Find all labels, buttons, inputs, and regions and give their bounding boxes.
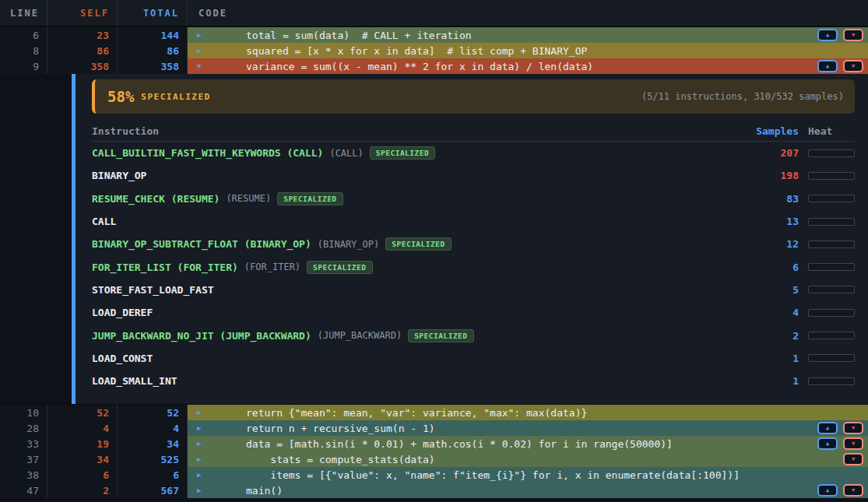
source-code: return {"mean": mean, "var": variance, "… [188, 407, 587, 419]
col-header-line: LINE [0, 0, 47, 26]
self-count: 2 [47, 483, 118, 498]
col-header-self: SELF [47, 0, 118, 26]
instruction-base-opcode: (FOR_ITER) [244, 262, 300, 272]
total-count: 86 [118, 43, 188, 58]
heat-bar [808, 354, 855, 362]
total-count: 4 [118, 420, 188, 436]
jump-down-button[interactable]: ▼ [843, 60, 863, 72]
samples-count: 4 [750, 307, 799, 318]
specialized-badge: SPECIALIZED [307, 261, 372, 274]
jump-down-button[interactable]: ▼ [843, 422, 863, 434]
expand-arrow-icon[interactable]: ▶ [197, 486, 201, 494]
samples-count: 2 [750, 330, 799, 342]
expand-arrow-icon[interactable]: ▶ [197, 455, 201, 463]
collapse-arrow-icon[interactable]: ▼ [197, 62, 201, 70]
table-row-expanded: 9 358 358 ▼ variance = sum((x - mean) **… [0, 58, 868, 74]
code-cell[interactable]: ▼ variance = sum((x - mean) ** 2 for x i… [188, 58, 868, 74]
code-cell[interactable]: ▶ data = [math.sin(i * 0.01) + math.cos(… [188, 436, 868, 451]
specialized-percent: 58% [107, 88, 134, 105]
code-cell[interactable]: ▶ return n + recursive_sum(n - 1) ▲ ▼ [188, 420, 868, 436]
jump-down-button[interactable]: ▼ [843, 437, 863, 450]
line-number: 10 [0, 405, 47, 420]
col-header-samples[interactable]: Samples [750, 125, 799, 137]
jump-down-button[interactable]: ▼ [843, 29, 863, 41]
self-count: 19 [47, 436, 118, 451]
jump-up-button[interactable]: ▲ [817, 60, 838, 72]
specialized-badge: SPECIALIZED [408, 329, 473, 342]
code-cell[interactable]: ▶ squared = [x * x for x in data] # list… [188, 43, 868, 58]
code-cell[interactable]: ▶ return {"mean": mean, "var": variance,… [188, 405, 868, 420]
instruction-name: LOAD_CONST [92, 353, 153, 364]
self-count: 86 [47, 43, 118, 58]
table-row: 33 19 34 ▶ data = [math.sin(i * 0.01) + … [0, 436, 868, 451]
jump-up-button[interactable]: ▲ [817, 484, 838, 497]
instruction-base-opcode: (BINARY_OP) [318, 239, 379, 250]
specialized-badge: SPECIALIZED [370, 146, 435, 160]
total-count: 567 [118, 483, 188, 498]
expand-arrow-icon[interactable]: ▶ [197, 409, 201, 416]
self-count: 4 [47, 420, 118, 436]
code-cell[interactable]: ▶ main() ▲ ▼ [188, 483, 868, 498]
source-code: stats = compute_stats(data) [188, 454, 435, 465]
code-cell[interactable]: ▶ items = [{"value": x, "name": f"item_{… [188, 467, 868, 483]
instruction-row: RESUME_CHECK (RESUME) (RESUME) SPECIALIZ… [92, 188, 855, 210]
self-count: 34 [47, 451, 118, 467]
panel-gutter [0, 74, 72, 404]
expand-arrow-icon[interactable]: ▶ [197, 471, 201, 479]
instruction-name: LOAD_SMALL_INT [92, 375, 177, 387]
instruction-name: CALL [92, 216, 116, 227]
total-count: 34 [118, 436, 188, 451]
profiler-table-bottom: 10 52 52 ▶ return {"mean": mean, "var": … [0, 404, 868, 498]
source-code: return n + recursive_sum(n - 1) [188, 423, 435, 434]
total-count: 6 [118, 467, 188, 483]
instruction-row: JUMP_BACKWARD_NO_JIT (JUMP_BACKWARD) (JU… [92, 324, 855, 346]
samples-count: 207 [750, 147, 799, 159]
table-header: LINE SELF TOTAL CODE [0, 0, 868, 27]
jump-up-button[interactable]: ▲ [817, 422, 838, 434]
source-code: squared = [x * x for x in data] # list c… [188, 45, 587, 57]
instruction-name: LOAD_DEREF [92, 307, 153, 318]
table-row: 8 86 86 ▶ squared = [x * x for x in data… [0, 43, 868, 58]
table-row: 38 6 6 ▶ items = [{"value": x, "name": f… [0, 467, 868, 483]
samples-count: 1 [750, 353, 799, 364]
jump-up-button[interactable]: ▲ [817, 29, 838, 41]
code-cell[interactable]: ▶ total = sum(data) # CALL + iteration ▲… [188, 27, 868, 43]
samples-count: 12 [750, 238, 799, 250]
line-number: 33 [0, 436, 47, 451]
total-count: 358 [118, 58, 188, 74]
specialized-meta: (5/11 instructions, 310/532 samples) [641, 91, 844, 102]
expand-arrow-icon[interactable]: ▶ [197, 424, 201, 432]
specialized-badge: SPECIALIZED [277, 192, 343, 205]
heat-bar [808, 218, 855, 226]
instruction-row: BINARY_OP 198 [92, 164, 855, 187]
instruction-table-header: Instruction Samples Heat [92, 121, 855, 142]
table-row: 10 52 52 ▶ return {"mean": mean, "var": … [0, 405, 868, 420]
instruction-name: FOR_ITER_LIST (FOR_ITER) [92, 262, 238, 273]
instruction-row: BINARY_OP_SUBTRACT_FLOAT (BINARY_OP) (BI… [92, 233, 855, 255]
line-number: 9 [0, 58, 47, 74]
profiler-table-top: LINE SELF TOTAL CODE 6 23 144 ▶ total = … [0, 0, 868, 74]
jump-up-button[interactable]: ▲ [817, 437, 838, 450]
source-code: variance = sum((x - mean) ** 2 for x in … [188, 61, 593, 72]
heat-bar [808, 240, 855, 248]
specialization-banner: 58% SPECIALIZED (5/11 instructions, 310/… [92, 79, 855, 114]
source-code: items = [{"value": x, "name": f"item_{i}… [188, 469, 740, 481]
samples-count: 5 [750, 284, 799, 296]
instruction-detail-panel: 58% SPECIALIZED (5/11 instructions, 310/… [0, 74, 868, 404]
instruction-row: LOAD_SMALL_INT 1 [92, 370, 855, 392]
line-number: 28 [0, 420, 47, 436]
instruction-name: BINARY_OP_SUBTRACT_FLOAT (BINARY_OP) [92, 238, 311, 250]
total-count: 525 [118, 451, 188, 467]
source-code: total = sum(data) # CALL + iteration [188, 30, 472, 41]
self-count: 52 [47, 405, 118, 420]
expand-arrow-icon[interactable]: ▶ [197, 47, 201, 54]
heat-bar [808, 286, 855, 293]
jump-down-button[interactable]: ▼ [843, 484, 863, 497]
expand-arrow-icon[interactable]: ▶ [197, 31, 201, 39]
jump-down-button[interactable]: ▼ [843, 453, 863, 465]
heat-bar [808, 332, 855, 339]
heat-bar [808, 309, 855, 317]
code-cell[interactable]: ▶ stats = compute_stats(data) ▼ [188, 451, 868, 467]
specialized-label: SPECIALIZED [141, 92, 210, 102]
expand-arrow-icon[interactable]: ▶ [197, 440, 201, 448]
